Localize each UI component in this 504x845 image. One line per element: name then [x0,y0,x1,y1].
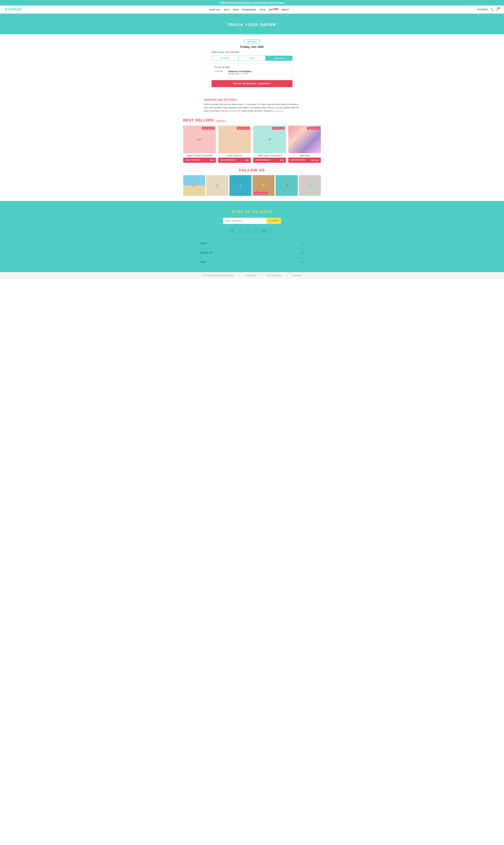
nav-face[interactable]: FACE [260,8,266,11]
full-policy-link[interactable]: full policy [229,110,237,112]
tracking-info: USPS Priority, Track: 867-5309 [212,51,292,53]
product-name-4: Minis Pack [288,155,321,157]
section-header: BEST SELLERS SHOP ALL [183,118,321,122]
nav-spf[interactable]: SPFNEW [269,8,278,11]
detail-row: 12:20 PM Delivered, In/At Mailbox Schill… [215,70,289,75]
main-nav: SHOP ALL SETS BODY DEODORANT FACE SPFNEW… [210,8,289,11]
product-image-4: ✨ [288,126,321,153]
search-icon[interactable]: 🔍 [490,8,494,11]
accordion-help[interactable]: HELP + [200,258,304,267]
privacy-link[interactable]: Privacy Policy [245,275,256,277]
follow-title: FOLLOW US [183,168,321,172]
product-card-1: 🥥 🍍 BEST SELLER Organic Tropical Coconut… [183,126,216,163]
step-transit[interactable]: Transit [238,56,266,61]
view-product-btn-2[interactable]: VIEW PRODUCT $28 [218,158,251,163]
social-icons: f P t ♪ [3,228,501,234]
insta-item-3[interactable]: 💧 [230,175,251,196]
svg-point-1 [232,230,233,231]
best-sellers-section: BEST SELLERS SHOP ALL 🥥 🍍 BEST SELLER Or… [180,118,324,163]
product-card-2: 🧴 BEST SELLER Sudsy Shower Oil VIEW PROD… [218,126,251,163]
step-pre-transit[interactable]: Pre transit [212,56,238,61]
next-arrow[interactable]: › [286,1,287,4]
detail-time: 12:20 PM [215,70,226,72]
cart-icon[interactable]: 🛒 0 [496,8,499,11]
cart-badge: 0 [498,7,500,9]
instagram-grid: 🏖️ 🧴 💧 😊 Hydration Routine 💚 [183,175,321,196]
pinterest-icon[interactable]: P [245,228,251,234]
svg-rect-0 [231,230,233,232]
nav-shop-all[interactable]: SHOP ALL [210,8,220,11]
twitter-icon[interactable]: t [253,228,259,234]
nav-about[interactable]: ABOUT [282,8,289,11]
best-seller-badge-3: BEST SELLER [272,127,285,129]
header: KOPARI SHOP ALL SETS BODY DEODORANT FACE… [0,5,504,14]
product-image-1: 🥥 🍍 [183,126,216,153]
insta-label-hydration: Hydration Routine [254,192,268,194]
best-seller-badge-2: BEST SELLER [237,127,249,129]
accordion-shop[interactable]: SHOP + [200,239,304,248]
step-delivered[interactable]: Delivered [266,56,292,61]
footer-newsletter: STAY UP TO DATE ⊞ SUBMIT f P t ♪ SHOP + [0,201,504,272]
view-product-btn-1[interactable]: VIEW PRODUCT $29 [183,158,216,163]
account-link[interactable]: ACCOUNT [477,8,488,11]
email-input[interactable] [223,218,267,224]
product-name-2: Sudsy Shower Oil [218,155,251,157]
tiktok-icon[interactable]: ♪ [269,228,274,234]
tracking-detail-box: Fri, Jun 10, 2022 12:20 PM Delivered, In… [212,64,292,77]
separator-3: | [287,275,287,277]
accordion-about[interactable]: ABOUT US + [200,248,304,258]
copyright-text: © 2022 Kopari Beauty. All rights reserve… [202,275,234,277]
nav-sets[interactable]: SETS [224,8,230,11]
announcement-bar: ‹ FREE KP Body Bumps be Gone + Coconut M… [0,0,504,5]
submit-icon: ⊞ [269,220,270,222]
product-image-2: 🧴 [218,126,251,153]
separator-2: | [261,275,262,277]
shipping-text: Orders normally ship from our warehouse … [204,103,300,113]
detail-info: Delivered, In/At Mailbox Schiller Park, … [229,70,252,75]
contact-link[interactable]: contact us! [273,110,284,112]
follow-section: FOLLOW US 🏖️ 🧴 💧 😊 Hydration Routine [180,168,324,196]
nav-deodorant[interactable]: DEODORANT [242,8,256,11]
new-badge: NEW [273,8,278,10]
show-journey-button[interactable]: SHOW SHIPMENT JOURNEY [212,80,292,87]
copyright-bar: © 2022 Kopari Beauty. All rights reserve… [0,272,504,279]
insta-item-4[interactable]: 😊 Hydration Routine [253,175,274,196]
detail-date: Fri, Jun 10, 2022 [215,66,289,69]
insta-item-5[interactable]: 💚 [275,175,298,196]
product-image-3: 🥥 [253,126,286,153]
best-seller-badge-4: BEST SELLER [307,127,320,129]
hero-section: TRACK YOUR ORDER [0,14,504,34]
nav-body[interactable]: BODY [233,8,239,11]
header-right: ACCOUNT 🔍 🛒 0 [477,8,499,11]
view-product-btn-4[interactable]: VIEW PRODUCT $48$59 [288,158,321,163]
page-title: TRACK YOUR ORDER [228,22,276,27]
delivery-date: Friday, Jun 10th [212,45,292,49]
tracking-steps: Pre transit Transit Delivered [212,56,292,61]
facebook-icon[interactable]: f [237,228,243,234]
logo[interactable]: KOPARI [5,7,22,12]
shop-all-link[interactable]: SHOP ALL [216,120,226,122]
youtube-icon[interactable] [261,228,267,234]
product-card-4: ✨ BEST SELLER Minis Pack VIEW PRODUCT $4… [288,126,321,163]
detail-location: Schiller Park, IL, 60176 [229,73,252,75]
accordion-plus-help: + [302,260,304,264]
insta-item-6[interactable]: 🧴 [299,175,321,196]
best-sellers-title: BEST SELLERS [183,118,214,122]
instagram-icon[interactable] [230,228,235,234]
accessibility-link[interactable]: Accessibility [292,275,302,277]
product-name-3: 100% Organic Coconut Melt [253,155,286,157]
products-grid: 🥥 🍍 BEST SELLER Organic Tropical Coconut… [183,126,321,163]
status-badge: Delivered [244,39,260,44]
product-name-1: Organic Tropical Coconut Melt [183,155,216,157]
submit-button[interactable]: ⊞ SUBMIT [267,218,281,224]
terms-link[interactable]: Terms & Conditions [267,275,282,277]
announcement-link[interactable]: FREE KP Body Bumps be Gone + Coconut Mel… [220,2,284,4]
insta-item-1[interactable]: 🏖️ [183,175,205,196]
product-card-3: 🥥 BEST SELLER 100% Organic Coconut Melt … [253,126,286,163]
prev-arrow[interactable]: ‹ [217,1,218,4]
best-seller-badge-1: BEST SELLER [202,127,215,129]
insta-item-2[interactable]: 🧴 [206,175,228,196]
view-product-btn-3[interactable]: VIEW PRODUCT $29 [253,158,286,163]
shipping-title: SHIPPING AND RETURNS [204,98,300,101]
accordion-plus-shop: + [302,242,304,245]
